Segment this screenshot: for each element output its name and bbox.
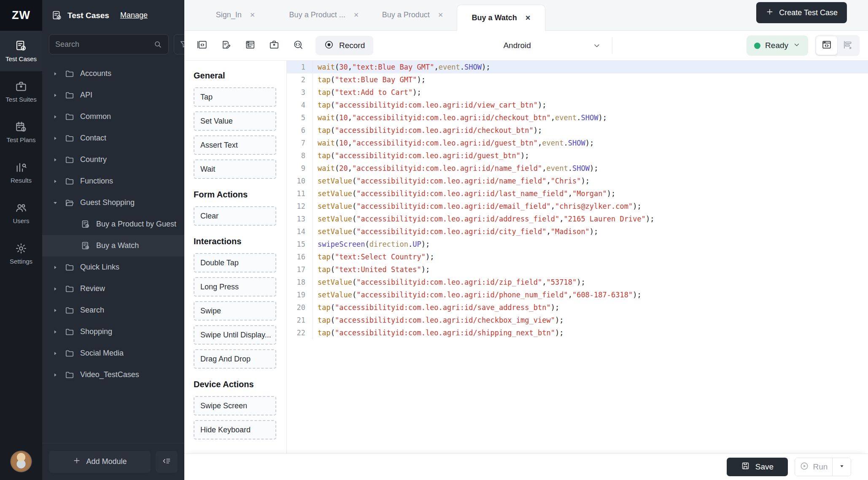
close-icon[interactable]: × bbox=[354, 10, 359, 20]
tree-item-shopping[interactable]: Shopping bbox=[42, 321, 184, 342]
caret-right-icon[interactable] bbox=[52, 156, 59, 163]
caret-right-icon[interactable] bbox=[52, 70, 59, 77]
caret-right-icon[interactable] bbox=[52, 329, 59, 335]
code-line-1[interactable]: 1wait(30,"text:Blue Bay GMT",event.SHOW)… bbox=[287, 61, 868, 73]
code-editor[interactable]: 1wait(30,"text:Blue Bay GMT",event.SHOW)… bbox=[287, 61, 868, 453]
run-button[interactable]: Run bbox=[795, 458, 832, 476]
tree-item-social-media[interactable]: Social Media bbox=[42, 342, 184, 364]
caret-right-icon[interactable] bbox=[52, 350, 59, 357]
action-swipe-until-display[interactable]: Swipe Until Display... bbox=[194, 325, 276, 345]
tree-item-accounts[interactable]: Accounts bbox=[42, 63, 184, 84]
search-box[interactable] bbox=[49, 34, 169, 54]
action-hide-keyboard[interactable]: Hide Keyboard bbox=[194, 420, 276, 440]
rail-item-test-suites[interactable]: Test Suites bbox=[0, 71, 42, 112]
save-button[interactable]: Save bbox=[727, 458, 788, 476]
collapse-sidebar-button[interactable] bbox=[156, 451, 178, 473]
tree-item-contact[interactable]: Contact bbox=[42, 127, 184, 149]
close-icon[interactable]: × bbox=[250, 10, 255, 20]
steps-view-button[interactable] bbox=[837, 36, 858, 55]
doc-edit-button[interactable] bbox=[217, 36, 235, 55]
form-window-button[interactable] bbox=[241, 36, 259, 55]
code-line-7[interactable]: 7wait(10,"accessibilityid:com.leo.agri:i… bbox=[287, 137, 868, 149]
code-line-2[interactable]: 2tap("text:Blue Bay GMT"); bbox=[287, 73, 868, 86]
action-wait[interactable]: Wait bbox=[194, 159, 276, 179]
code-search-button[interactable] bbox=[289, 36, 307, 55]
caret-right-icon[interactable] bbox=[52, 113, 59, 120]
add-module-button[interactable]: Add Module bbox=[49, 451, 151, 473]
close-icon[interactable]: × bbox=[438, 10, 443, 20]
code-line-14[interactable]: 14setValue("accessibilityid:com.leo.agri… bbox=[287, 225, 868, 238]
action-swipe[interactable]: Swipe bbox=[194, 301, 276, 321]
code-line-21[interactable]: 21tap("accessibilityid:com.leo.agri:id/c… bbox=[287, 314, 868, 326]
save-label: Save bbox=[755, 462, 774, 472]
create-test-case-button[interactable]: Create Test Case bbox=[756, 2, 847, 23]
caret-right-icon[interactable] bbox=[52, 135, 59, 142]
action-clear[interactable]: Clear bbox=[194, 206, 276, 226]
caret-right-icon[interactable] bbox=[52, 286, 59, 292]
code-view-button[interactable] bbox=[816, 36, 837, 55]
tree-item-functions[interactable]: Functions bbox=[42, 170, 184, 192]
rail-item-users[interactable]: Users bbox=[0, 193, 42, 233]
action-double-tap[interactable]: Double Tap bbox=[194, 253, 276, 272]
tree-item-common[interactable]: Common bbox=[42, 106, 184, 127]
tree-item-review[interactable]: Review bbox=[42, 278, 184, 299]
caret-down-icon[interactable] bbox=[52, 200, 59, 206]
run-options-button[interactable] bbox=[832, 458, 851, 476]
code-line-8[interactable]: 8tap("accessibilityid:com.leo.agri:id/gu… bbox=[287, 149, 868, 162]
record-button[interactable]: Record bbox=[315, 36, 373, 55]
tree-item-search[interactable]: Search bbox=[42, 299, 184, 321]
code-line-10[interactable]: 10setValue("accessibilityid:com.leo.agri… bbox=[287, 175, 868, 187]
device-status-dropdown[interactable]: Ready bbox=[747, 35, 808, 56]
code-line-11[interactable]: 11setValue("accessibilityid:com.leo.agri… bbox=[287, 187, 868, 200]
tab-buy-a-watch[interactable]: Buy a Watch× bbox=[457, 5, 545, 31]
rail-item-test-cases[interactable]: Test Cases bbox=[0, 31, 42, 71]
rail-item-settings[interactable]: Settings bbox=[0, 233, 42, 274]
rail-item-results[interactable]: Results bbox=[0, 152, 42, 193]
tree-item-quick-links[interactable]: Quick Links bbox=[42, 256, 184, 278]
tree-item-api[interactable]: API bbox=[42, 84, 184, 106]
code-line-6[interactable]: 6tap("accessibilityid:com.leo.agri:id/ch… bbox=[287, 124, 868, 137]
code-line-18[interactable]: 18setValue("accessibilityid:com.leo.agri… bbox=[287, 276, 868, 289]
tree-item-buy-a-product-by-guest[interactable]: Buy a Product by Guest bbox=[42, 213, 184, 235]
code-line-16[interactable]: 16tap("text:Select Country"); bbox=[287, 251, 868, 263]
device-selector[interactable]: Android bbox=[496, 41, 601, 50]
action-drag-and-drop[interactable]: Drag And Drop bbox=[194, 349, 276, 369]
tab-buy-a-product[interactable]: Buy a Product ...× bbox=[280, 0, 368, 30]
script-window-button[interactable] bbox=[193, 36, 211, 55]
close-icon[interactable]: × bbox=[526, 13, 531, 23]
code-line-15[interactable]: 15swipeScreen(direction.UP); bbox=[287, 238, 868, 251]
tree-item-guest-shopping[interactable]: Guest Shopping bbox=[42, 192, 184, 213]
code-line-17[interactable]: 17tap("text:United States"); bbox=[287, 263, 868, 276]
tree-item-buy-a-watch[interactable]: Buy a Watch bbox=[42, 235, 184, 256]
caret-right-icon[interactable] bbox=[52, 92, 59, 99]
tree-item-country[interactable]: Country bbox=[42, 149, 184, 170]
tree-item-video-testcases[interactable]: Video_TestCases bbox=[42, 364, 184, 386]
caret-right-icon[interactable] bbox=[52, 178, 59, 185]
action-swipe-screen[interactable]: Swipe Screen bbox=[194, 396, 276, 415]
action-set-value[interactable]: Set Value bbox=[194, 111, 276, 131]
code-line-13[interactable]: 13setValue("accessibilityid:com.leo.agri… bbox=[287, 213, 868, 225]
caret-right-icon[interactable] bbox=[52, 264, 59, 271]
code-line-22[interactable]: 22tap("accessibilityid:com.leo.agri:id/s… bbox=[287, 326, 868, 339]
tab-sign-in[interactable]: Sign_In× bbox=[191, 0, 280, 30]
search-input[interactable] bbox=[55, 40, 153, 49]
line-number: 15 bbox=[287, 238, 313, 251]
tab-buy-a-product[interactable]: Buy a Product× bbox=[368, 0, 457, 30]
manage-link[interactable]: Manage bbox=[120, 11, 148, 20]
caret-right-icon[interactable] bbox=[52, 372, 59, 378]
code-line-4[interactable]: 4tap("accessibilityid:com.leo.agri:id/vi… bbox=[287, 99, 868, 111]
code-line-20[interactable]: 20tap("accessibilityid:com.leo.agri:id/s… bbox=[287, 301, 868, 314]
action-long-press[interactable]: Long Press bbox=[194, 277, 276, 297]
action-assert-text[interactable]: Assert Text bbox=[194, 135, 276, 155]
rail-item-test-plans[interactable]: Test Plans bbox=[0, 112, 42, 152]
code-line-9[interactable]: 9wait(20,"accessibilityid:com.leo.agri:i… bbox=[287, 162, 868, 175]
action-tap[interactable]: Tap bbox=[194, 87, 276, 107]
module-tree: AccountsAPICommonContactCountryFunctions… bbox=[42, 61, 184, 443]
user-avatar[interactable] bbox=[10, 450, 32, 472]
code-line-19[interactable]: 19setValue("accessibilityid:com.leo.agri… bbox=[287, 289, 868, 301]
code-line-5[interactable]: 5wait(10,"accessibilityid:com.leo.agri:i… bbox=[287, 111, 868, 124]
code-line-3[interactable]: 3tap("text:Add to Cart"); bbox=[287, 86, 868, 99]
caret-right-icon[interactable] bbox=[52, 307, 59, 314]
code-line-12[interactable]: 12setValue("accessibilityid:com.leo.agri… bbox=[287, 200, 868, 213]
suitcase-button[interactable] bbox=[265, 36, 283, 55]
